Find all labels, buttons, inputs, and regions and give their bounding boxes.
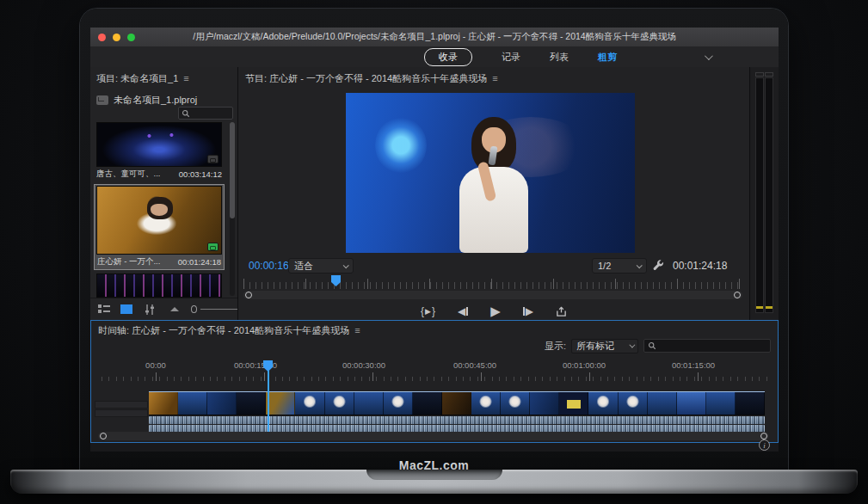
laptop-base [10,470,858,494]
filter-sliders-button[interactable] [145,304,155,315]
audio-track-header-1[interactable] [95,401,148,409]
laptop-frame: /用户/maczl/文稿/Adobe/Prelude/10.0/Projects… [80,9,788,478]
zoom-window-button[interactable] [127,34,135,41]
filmstrip-frame [648,392,677,415]
monitor-panel-menu-icon[interactable]: ≡ [492,73,497,83]
show-label: 显示: [545,340,566,353]
monitor-scroll-left-handle[interactable] [245,292,252,298]
main-area: 项目: 未命名项目_1≡ 未命名项目_1.plproj [90,67,779,320]
status-bar: i [90,443,779,452]
playback-quality-select[interactable]: 1/2 [592,258,647,274]
project-panel-menu-icon[interactable]: ≡ [183,73,188,83]
list-item[interactable]: 唐古、童可可、... 00:03:14:12 [95,122,224,181]
monitor-timecode-row: 00:00:16:08 适合 1/2 00:01:24:18 [238,258,749,275]
clip-status-badge-green [207,243,219,251]
timeline-ruler[interactable]: 00:00 00:00:15:00 00:00:30:00 00:00:45:0… [91,360,778,383]
step-back-button[interactable]: ◀ [458,305,468,317]
marker-filter-select[interactable]: 所有标记 [571,339,638,353]
filmstrip-frame [266,392,295,415]
clip-thumbnail-stage [96,274,222,298]
chevron-down-icon [343,262,349,268]
timeline-playhead-line[interactable] [268,369,269,433]
playback-quality-value: 1/2 [598,261,611,271]
timeline-search-input[interactable] [643,339,771,353]
project-scrollbar[interactable] [230,122,235,296]
clip-thumbnail-singer [96,186,222,255]
filmstrip-frame [237,392,266,415]
ruler-label: 00:00 [145,360,166,370]
brace-left: { [421,305,424,317]
monitor-scroll-right-handle[interactable] [734,292,741,298]
timeline-scrollbar[interactable] [98,432,769,440]
fit-zoom-select[interactable]: 适合 [288,258,354,274]
audio-waveform-1 [149,416,765,424]
laptop-lid-notch [366,470,502,480]
project-search-input[interactable] [178,107,233,120]
clip-indicator-left [755,72,764,77]
timeline-clip[interactable] [149,391,765,433]
filmstrip-frame [559,392,588,415]
monitor-mini-ruler[interactable] [243,279,742,289]
list-view-button[interactable] [98,304,110,314]
monitor-scrollbar[interactable] [243,291,742,299]
clip-name: 唐古、童可可、... [96,169,160,180]
play-button[interactable]: ▶ [490,304,501,319]
thumbnail-view-button[interactable] [120,304,132,314]
brace-right: } [432,305,435,317]
play-in-to-out-button[interactable]: {▶} [421,305,435,317]
info-icon[interactable]: i [759,439,770,451]
play-glyph: ▶ [425,307,431,316]
window-titlebar: /用户/maczl/文稿/Adobe/Prelude/10.0/Projects… [90,28,779,46]
tab-粗剪[interactable]: 粗剪 [598,51,617,64]
performer-figure [447,117,542,253]
settings-wrench-icon[interactable] [653,260,665,272]
clip-duration: 00:03:14:12 [179,169,222,179]
project-file-row[interactable]: 未命名项目_1.plproj [96,94,237,107]
desktop-background: /用户/maczl/文稿/Adobe/Prelude/10.0/Projects… [0,0,868,504]
close-window-button[interactable] [98,34,106,41]
filmstrip-frame [530,392,559,415]
search-icon [182,109,190,118]
thumbnail-size-slider[interactable] [191,305,197,313]
step-forward-bar [523,307,525,316]
step-forward-button[interactable]: ▶ [523,305,533,317]
tab-收录[interactable]: 收录 [424,48,472,66]
timeline-panel-menu-icon[interactable]: ≡ [354,325,360,335]
minimize-window-button[interactable] [113,34,120,41]
total-duration: 00:01:24:18 [673,260,727,272]
filmstrip-frame [736,392,765,415]
chevron-down-icon [637,262,643,268]
fit-zoom-value: 适合 [294,260,313,273]
ruler-label: 00:01:15:00 [672,360,715,370]
thumbnail-size-small-icon[interactable] [170,307,179,311]
filmstrip-frame [149,392,178,415]
thumbnail-size-slider-track[interactable] [200,309,237,310]
ruler-ticks [102,372,769,381]
audio-meter-left [755,77,764,313]
clip-name: 庄心妍 - 一万个... [97,256,160,267]
audio-meters-panel [750,67,779,320]
filmstrip-frame [384,392,413,415]
project-file-icon [96,95,108,105]
project-panel-title-text: 项目: 未命名项目_1 [96,73,178,83]
timeline-scroll-left-handle[interactable] [100,433,107,439]
export-frame-button[interactable] [556,306,567,317]
timeline-title-text: 时间轴: 庄心妍 - 一万个舍不得 - 2014酷狗音乐十年盛典现场 [98,325,349,335]
timeline-scroll-right-handle[interactable] [760,433,767,439]
clip-status-badge [207,155,219,163]
project-panel-footer [90,298,237,320]
project-scrollbar-thumb[interactable] [230,122,235,218]
filmstrip-frame [354,392,384,415]
workspace-chevron-down-icon[interactable] [705,52,713,60]
tab-列表[interactable]: 列表 [550,51,569,64]
filmstrip-frame [588,392,618,415]
list-item-selected[interactable]: 庄心妍 - 一万个... 00:01:24:18 [94,184,225,270]
clip-label-row: 唐古、童可可、... 00:03:14:12 [95,167,224,181]
ruler-label: 00:00:30:00 [342,360,385,370]
filmstrip-frame [471,392,501,415]
list-item[interactable] [95,274,224,298]
play-icon: ▶ [490,304,501,319]
tab-记录[interactable]: 记录 [502,51,520,64]
audio-track-header-2[interactable] [95,409,148,417]
clip-indicator-right [765,72,773,77]
